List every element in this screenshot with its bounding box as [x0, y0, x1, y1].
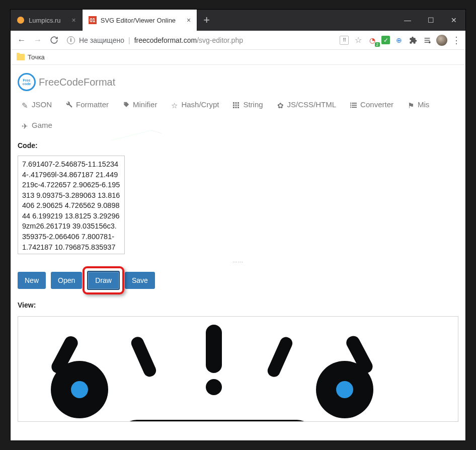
- menu-dots-icon[interactable]: ⋮: [451, 35, 461, 45]
- view-panel[interactable]: [18, 316, 458, 422]
- view-label: View:: [11, 298, 465, 312]
- separator: |: [128, 36, 130, 44]
- code-label: Code:: [11, 138, 465, 153]
- reload-button[interactable]: [47, 33, 61, 47]
- tags-icon: [123, 101, 130, 108]
- draw-highlight: Draw: [87, 271, 120, 290]
- svg-rect-26: [266, 335, 294, 379]
- bookmark-item[interactable]: Точка: [28, 53, 45, 61]
- extensions-button[interactable]: [408, 35, 418, 45]
- gear-icon: ✿: [277, 101, 284, 108]
- page-content: Freecode FreeCodeFormat ✎JSON Formatter …: [11, 65, 465, 440]
- nav-menu: ✎JSON Formatter Minifier ☆Hash/Crypt Str…: [11, 96, 465, 138]
- svg-point-30: [71, 381, 88, 398]
- wrench-icon: [66, 101, 73, 108]
- save-button[interactable]: Save: [125, 272, 155, 289]
- draw-button[interactable]: Draw: [87, 271, 120, 290]
- favicon-01: 01: [89, 16, 97, 24]
- brand-logo: Freecode: [18, 73, 36, 91]
- tab-svg-editor[interactable]: 01 SVG Editor/Viewer Online ×: [83, 10, 198, 31]
- menu-minifier[interactable]: Minifier: [123, 100, 157, 109]
- resize-handle[interactable]: ⋯⋯: [18, 259, 458, 263]
- svg-point-0: [429, 41, 430, 43]
- button-row: New Open Draw Save: [11, 263, 465, 298]
- open-button[interactable]: Open: [51, 272, 82, 289]
- plane-icon: ✈: [22, 122, 29, 129]
- svg-point-31: [336, 381, 353, 398]
- info-icon[interactable]: i: [67, 36, 75, 44]
- close-icon[interactable]: ×: [72, 16, 76, 24]
- security-label: Не защищено: [79, 36, 124, 44]
- menu-formatter[interactable]: Formatter: [66, 100, 109, 109]
- close-icon[interactable]: ×: [187, 16, 191, 24]
- back-button[interactable]: ←: [15, 33, 29, 47]
- close-window-button[interactable]: ✕: [442, 10, 465, 31]
- titlebar: Lumpics.ru × 01 SVG Editor/Viewer Online…: [11, 10, 465, 31]
- brand-name: FreeCodeFormat: [39, 77, 115, 88]
- menu-jscsshtml[interactable]: ✿JS/CSS/HTML: [277, 100, 337, 109]
- menu-hash[interactable]: ☆Hash/Crypt: [171, 100, 219, 109]
- folder-icon: [17, 54, 25, 60]
- browser-window: Lumpics.ru × 01 SVG Editor/Viewer Online…: [10, 9, 466, 441]
- window-controls: — ☐ ✕: [396, 10, 465, 31]
- tab-title: SVG Editor/Viewer Online: [101, 17, 176, 24]
- favicon-lumpics: [17, 16, 25, 24]
- extension-icon[interactable]: ✓: [381, 36, 390, 44]
- url-text: freecodeformat.com/svg-editor.php: [134, 36, 243, 44]
- menu-mis[interactable]: ⚑Mis: [408, 100, 429, 109]
- profile-avatar[interactable]: [436, 35, 447, 46]
- svg-rect-9: [233, 104, 234, 106]
- menu-converter[interactable]: Converter: [350, 100, 393, 109]
- forward-button[interactable]: →: [31, 33, 45, 47]
- svg-point-20: [350, 107, 351, 107]
- svg-rect-11: [237, 104, 239, 106]
- svg-rect-14: [237, 107, 239, 108]
- svg-point-28: [206, 379, 222, 395]
- list-icon: [350, 101, 357, 108]
- pencil-icon: ✎: [22, 101, 29, 108]
- maximize-button[interactable]: ☐: [419, 10, 442, 31]
- svg-rect-13: [235, 107, 237, 108]
- flag-icon: ⚑: [408, 101, 415, 108]
- menu-json[interactable]: ✎JSON: [22, 100, 52, 109]
- extension-icon[interactable]: ◔2: [367, 35, 377, 45]
- translate-icon[interactable]: ⠿: [339, 35, 349, 45]
- bookmark-star-icon[interactable]: ☆: [353, 35, 363, 45]
- svg-rect-29: [119, 420, 315, 422]
- tab-title: Lumpics.ru: [29, 17, 61, 24]
- extension-icon[interactable]: [422, 35, 432, 45]
- bookmarks-bar: Точка: [11, 50, 465, 65]
- minimize-button[interactable]: —: [396, 10, 419, 31]
- tab-lumpics[interactable]: Lumpics.ru ×: [11, 10, 83, 31]
- menu-string[interactable]: String: [233, 100, 263, 109]
- svg-rect-27: [206, 325, 222, 373]
- new-button[interactable]: New: [18, 272, 46, 289]
- url-box[interactable]: i Не защищено | freecodeformat.com/svg-e…: [63, 36, 337, 44]
- grid-icon: [233, 101, 240, 108]
- svg-rect-10: [235, 104, 237, 106]
- brand-row: Freecode FreeCodeFormat: [11, 65, 465, 96]
- svg-point-19: [350, 105, 351, 105]
- svg-point-18: [350, 103, 351, 103]
- address-bar: ← → i Не защищено | freecodeformat.com/s…: [11, 31, 465, 50]
- svg-preview: [25, 322, 428, 422]
- code-textarea[interactable]: [18, 156, 125, 254]
- svg-rect-8: [237, 102, 239, 104]
- svg-rect-6: [233, 102, 234, 104]
- toolbar-actions: ⠿ ☆ ◔2 ✓ ⊕ ⋮: [339, 35, 461, 46]
- svg-rect-12: [233, 107, 234, 108]
- menu-game[interactable]: ✈Game: [22, 121, 52, 129]
- star-icon: ☆: [171, 101, 178, 108]
- new-tab-button[interactable]: +: [197, 10, 216, 31]
- svg-rect-25: [129, 335, 158, 379]
- extension-icon[interactable]: ⊕: [394, 35, 404, 45]
- svg-rect-7: [235, 102, 237, 104]
